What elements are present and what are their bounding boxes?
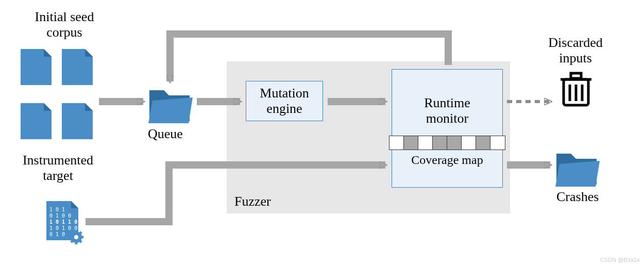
svg-text:0 1 0: 0 1 0: [49, 231, 65, 237]
doc-icon: [62, 103, 93, 139]
folder-icon: [148, 90, 193, 123]
binary-doc-icon: 1 0 1 0 1 0 0 1 0 1 1 0 1 0 1 0 0 0 1 0: [46, 201, 83, 244]
svg-text:0 1 0 0: 0 1 0 0: [49, 213, 71, 219]
arrow-target-runtime: [86, 165, 385, 222]
doc-icon: [21, 103, 52, 139]
arrow-feedback-queue: [170, 34, 448, 81]
svg-rect-13: [571, 73, 581, 78]
svg-text:1 0 1 0 0: 1 0 1 0 0: [49, 225, 77, 231]
doc-icon: [21, 49, 52, 85]
svg-text:1 0 1 1 0: 1 0 1 1 0: [49, 219, 77, 225]
doc-icon: [62, 49, 93, 85]
overlay-svg: 1 0 1 0 1 0 0 1 0 1 1 0 1 0 1 0 0 0 1 0: [0, 0, 644, 265]
trash-icon: [561, 73, 591, 105]
svg-point-10: [74, 235, 78, 239]
folder-icon: [555, 154, 600, 187]
svg-text:1 0 1: 1 0 1: [49, 207, 65, 212]
fuzzer-diagram: Fuzzer Runtime monitor Coverage map Muta…: [0, 0, 644, 265]
